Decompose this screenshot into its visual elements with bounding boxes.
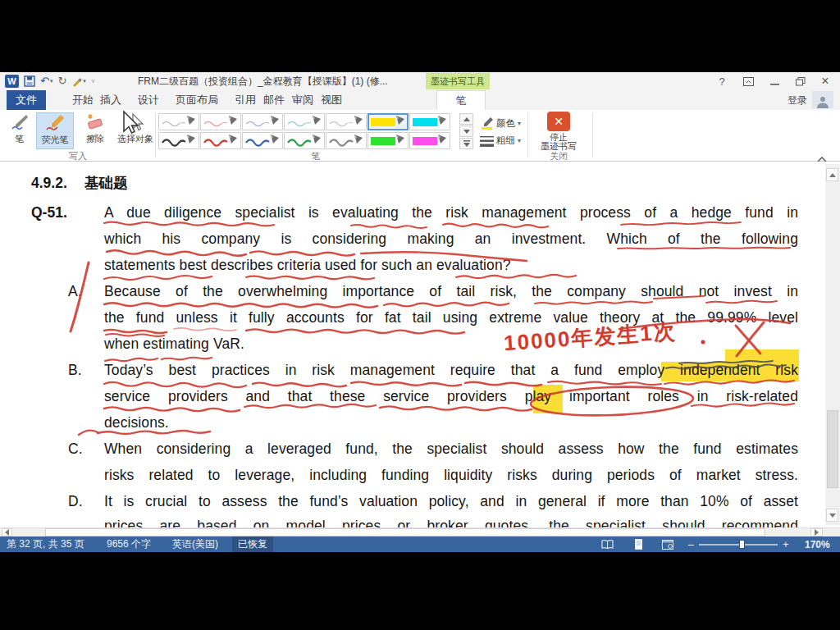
pen-swatch[interactable] [326,113,367,130]
ribbon-tab-row: 文件 开始 插入 设计 页面布局 引用 邮件 审阅 视图 笔 登录 [0,90,840,110]
tab-design[interactable]: 设计 [138,90,159,110]
pen-swatch[interactable] [200,132,241,149]
select-objects-button[interactable]: 选择对象 [115,112,156,145]
zoom-slider-thumb[interactable] [739,540,745,549]
option-a-line: Because of the overwhelming importance o… [104,282,798,304]
tab-page-layout[interactable]: 页面布局 [176,90,218,110]
tab-file[interactable]: 文件 [7,90,46,110]
pen-gallery-scroll [459,113,473,150]
stop-inking-icon: ✕ [547,112,570,131]
question-line: statements best describes criteria used … [104,256,798,277]
write-group-label: 写入 [3,150,153,162]
option-label-d: D. [68,492,83,511]
pen-swatch[interactable] [242,132,283,149]
help-button[interactable]: ? [712,74,732,89]
recovered-indicator[interactable]: 已恢复 [232,536,273,552]
highlighter-swatch[interactable] [409,132,450,149]
scroll-right-button[interactable] [810,528,823,536]
option-a-line: the fund unless it fully accounts for fa… [104,308,798,330]
page-indicator[interactable]: 第 32 页, 共 35 页 [7,536,84,552]
ribbon: 笔 荧光笔 擦除 选择对象 写入 颜色▾ [0,110,840,162]
ink-tools-contextual-label: 墨迹书写工具 [426,73,490,89]
pen-swatch[interactable] [158,132,199,149]
restore-button[interactable] [791,74,810,89]
horizontal-scroll-thumb[interactable] [45,528,765,536]
undo-dropdown-caret[interactable]: ▾ [50,78,53,84]
pen-swatch[interactable] [284,132,325,149]
avatar[interactable] [812,91,833,108]
word-count[interactable]: 9656 个字 [107,536,151,552]
vertical-scrollbar[interactable] [825,164,840,525]
gallery-scroll-down-button[interactable] [459,126,473,137]
document-title: FRM二级百题（投资组合）_金程教育【授课版】(1) (修... [138,75,425,89]
zoom-slider-track[interactable] [699,544,778,546]
pen-tool-button[interactable]: 笔 [5,112,34,145]
stop-inking-button[interactable]: ✕ 停止 墨迹书写 [532,112,586,151]
tab-review[interactable]: 审阅 [292,90,313,110]
title-bar: W ↶▾ ↻ ▾ ▿ FRM二级百题（投资组合）_金程教育【授课版】(1) (修… [0,72,840,90]
eraser-tool-button[interactable]: 擦除 [79,112,112,145]
sign-in-link[interactable]: 登录 [788,94,807,107]
highlighter-swatch[interactable] [368,132,409,149]
scroll-left-button[interactable] [2,528,12,536]
question-line: A due diligence specialist is evaluating… [104,203,798,225]
word-window: W ↶▾ ↻ ▾ ▿ FRM二级百题（投资组合）_金程教育【授课版】(1) (修… [0,0,840,630]
option-a-line: when estimating VaR. [104,335,798,356]
pen-thickness-button[interactable]: 粗细▾ [480,135,521,147]
undo-button[interactable]: ↶▾ [40,75,52,88]
document-page[interactable]: 4.9.2. 基础题 Q-51. A due diligence special… [0,162,840,536]
highlighter-tool-button[interactable]: 荧光笔 [36,112,74,149]
vertical-scroll-thumb[interactable] [827,410,838,488]
letterbox-bottom [0,552,840,630]
scroll-up-button[interactable] [826,168,838,181]
pen-swatch[interactable] [158,113,199,130]
option-b-line: decisions. [104,413,798,435]
option-label-b: B. [68,361,82,380]
status-bar: 第 32 页, 共 35 页 9656 个字 英语(美国) 已恢复 − + 17… [0,536,840,552]
read-mode-button[interactable] [601,536,614,552]
print-layout-button[interactable] [633,536,644,552]
scroll-down-button[interactable] [826,509,838,522]
save-button[interactable] [24,75,35,87]
pen-swatch[interactable] [200,113,241,130]
gallery-scroll-up-button[interactable] [459,113,473,125]
question-line: which his company is considering making … [104,230,798,251]
tab-insert[interactable]: 插入 [100,90,121,110]
tab-mailings[interactable]: 邮件 [263,90,285,110]
web-layout-button[interactable] [662,536,673,552]
close-button[interactable]: × [815,74,835,89]
gallery-more-button[interactable] [459,138,473,149]
close-group-label: 关闭 [532,150,586,162]
pen-gallery [158,113,451,151]
option-c-line: risks related to leverage, including fun… [104,466,798,487]
pen-swatch[interactable] [242,113,283,130]
ribbon-display-options-button[interactable] [738,74,758,89]
zoom-in-button[interactable]: + [783,536,789,552]
tab-pen-active[interactable]: 笔 [436,90,486,110]
horizontal-scrollbar[interactable] [0,527,840,536]
tab-references[interactable]: 引用 [235,90,256,110]
option-b-line: service providers and that these service… [104,387,798,409]
minimize-button[interactable] [765,74,784,89]
heading-text: 基础题 [84,174,128,193]
tab-home[interactable]: 开始 [72,90,94,110]
heading-number: 4.9.2. [31,174,67,193]
word-logo-icon: W [5,75,19,88]
highlighter-swatch[interactable] [409,113,450,130]
zoom-out-button[interactable]: − [687,536,694,552]
customize-qat-button[interactable]: ▿ [91,78,95,84]
language-indicator[interactable]: 英语(美国) [172,536,218,552]
pen-swatch[interactable] [284,113,325,130]
pen-color-button[interactable]: 颜色▾ [480,116,521,130]
option-d-line: It is crucial to assess the fund’s valua… [104,492,798,514]
highlighter-swatch[interactable] [368,113,409,130]
pens-group-label: 笔 [158,150,473,162]
touch-mode-button[interactable]: ▾ [71,76,86,87]
question-label: Q-51. [31,203,67,222]
option-b-line: Today’s best practices in risk managemen… [104,361,798,382]
redo-button[interactable]: ↻ [57,75,66,88]
option-c-line: When considering a leveraged fund, the s… [104,440,798,461]
zoom-level[interactable]: 170% [805,536,830,552]
pen-swatch[interactable] [326,132,367,149]
tab-view[interactable]: 视图 [321,90,342,110]
